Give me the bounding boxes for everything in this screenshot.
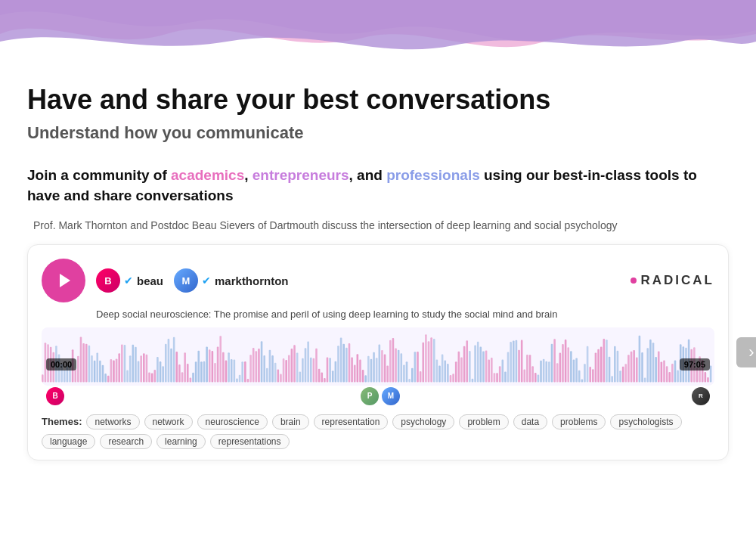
timeline-avatars: B P M R — [42, 386, 714, 407]
user2-name[interactable]: markthornton — [215, 274, 289, 287]
svg-rect-1 — [42, 375, 44, 383]
user1-name[interactable]: beau — [137, 274, 163, 287]
user1-avatar: B — [96, 268, 120, 293]
user1-verified-icon: ✔ — [124, 274, 133, 287]
svg-rect-170 — [504, 372, 507, 383]
brand-name: RADICAL — [641, 273, 715, 288]
themes-row: Themes: networksnetworkneurosciencebrain… — [42, 414, 714, 449]
svg-rect-230 — [668, 372, 671, 382]
tl-avatar-end: R — [690, 386, 711, 407]
theme-tag: psychologists — [610, 414, 681, 429]
svg-rect-158 — [472, 379, 474, 383]
main-content: Have and share your best conversations U… — [0, 68, 756, 483]
svg-rect-243 — [705, 372, 707, 382]
theme-tag: networks — [86, 414, 139, 429]
svg-rect-166 — [494, 374, 496, 383]
svg-rect-244 — [707, 377, 709, 383]
svg-rect-198 — [581, 380, 584, 383]
waveform[interactable] — [42, 327, 714, 382]
svg-rect-41 — [151, 374, 153, 383]
player-card: B ✔ beau M ✔ markthornton — [27, 244, 729, 460]
svg-rect-212 — [619, 371, 621, 383]
svg-rect-25 — [107, 376, 110, 383]
tl-avatar-mid1: P — [359, 386, 380, 407]
entrepreneurs-word: entrepreneurs — [253, 167, 349, 183]
svg-rect-9 — [64, 371, 66, 383]
svg-rect-233 — [677, 371, 679, 383]
waveform-section[interactable]: 00:00 97:05 — [42, 327, 714, 385]
user2-badge: M ✔ markthornton — [174, 268, 289, 293]
next-button[interactable]: › — [736, 337, 756, 367]
svg-rect-42 — [154, 370, 156, 383]
svg-rect-104 — [324, 378, 326, 382]
time-start: 00:00 — [46, 358, 76, 371]
svg-rect-83 — [266, 368, 268, 383]
community-intro: Join a community of — [27, 167, 171, 183]
professionals-word: professionals — [386, 167, 480, 183]
svg-rect-118 — [362, 370, 364, 382]
svg-rect-52 — [181, 373, 184, 383]
and-text: , and — [349, 167, 387, 183]
svg-rect-136 — [411, 368, 414, 383]
wave-header — [0, 0, 756, 68]
svg-rect-32 — [126, 371, 129, 383]
theme-tag: representations — [210, 434, 290, 449]
svg-marker-0 — [60, 274, 70, 287]
comma1: , — [244, 167, 253, 183]
svg-rect-40 — [148, 373, 150, 383]
svg-rect-150 — [450, 375, 452, 383]
theme-tag: learning — [156, 434, 206, 449]
svg-rect-202 — [592, 370, 594, 383]
svg-rect-95 — [299, 372, 301, 383]
track-title: Deep social neuroscience: The promise an… — [96, 309, 714, 320]
themes-label: Themes: — [42, 416, 82, 427]
waveform-overlay: 00:00 97:05 — [42, 358, 714, 371]
user2-avatar: M — [174, 268, 198, 293]
svg-rect-87 — [277, 370, 280, 383]
svg-rect-88 — [280, 374, 282, 383]
svg-rect-135 — [408, 379, 411, 382]
player-top: B ✔ beau M ✔ markthornton — [42, 259, 714, 302]
svg-rect-13 — [74, 369, 76, 383]
theme-tag: problem — [459, 414, 508, 429]
svg-rect-73 — [239, 375, 241, 383]
subheadline: Understand how you communicate — [27, 123, 729, 143]
svg-rect-102 — [318, 369, 321, 383]
theme-tag: data — [513, 414, 547, 429]
svg-rect-167 — [496, 374, 498, 383]
svg-rect-209 — [611, 377, 613, 383]
svg-rect-56 — [192, 373, 194, 383]
svg-rect-181 — [534, 373, 537, 382]
time-end: 97:05 — [680, 358, 710, 371]
play-button[interactable] — [42, 259, 85, 302]
episode-description: Prof. Mark Thornton and Postdoc Beau Sie… — [33, 218, 729, 234]
academics-word: academics — [171, 167, 244, 183]
next-icon: › — [748, 343, 754, 362]
svg-rect-107 — [332, 371, 334, 383]
theme-tag: language — [42, 434, 95, 449]
headline: Have and share your best conversations — [27, 83, 729, 116]
svg-rect-55 — [190, 378, 192, 383]
users-row: B ✔ beau M ✔ markthornton — [96, 268, 714, 293]
brand-logo: RADICAL — [631, 273, 715, 288]
theme-tag: research — [100, 434, 152, 449]
theme-tag: representation — [314, 414, 389, 429]
svg-rect-76 — [247, 379, 249, 383]
user1-badge: B ✔ beau — [96, 268, 163, 293]
svg-rect-182 — [538, 375, 540, 383]
theme-tag: problems — [552, 414, 606, 429]
theme-tag: network — [144, 414, 193, 429]
svg-rect-139 — [420, 371, 422, 382]
brand-dot — [631, 278, 637, 284]
user2-verified-icon: ✔ — [202, 274, 211, 287]
svg-rect-151 — [452, 374, 454, 383]
svg-rect-72 — [236, 379, 238, 383]
svg-rect-177 — [523, 370, 525, 383]
svg-rect-103 — [321, 373, 323, 383]
svg-rect-197 — [578, 371, 581, 383]
theme-tag: neuroscience — [197, 414, 268, 429]
theme-tag: psychology — [392, 414, 454, 429]
svg-rect-221 — [644, 378, 646, 383]
svg-rect-24 — [104, 374, 107, 382]
community-text: Join a community of academics, entrepren… — [27, 166, 729, 206]
